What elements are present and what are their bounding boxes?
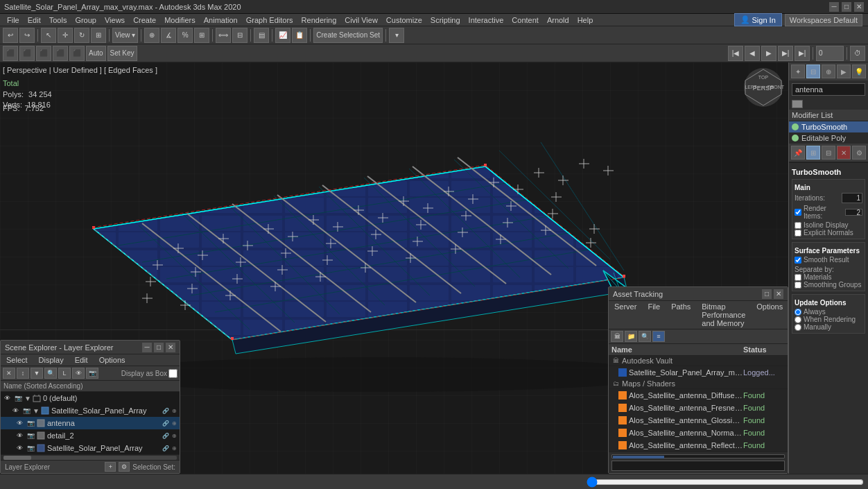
prev-frame[interactable]: ◀ — [745, 46, 760, 61]
spinner-snap[interactable]: ⊞ — [194, 28, 209, 43]
percent-snap[interactable]: % — [177, 28, 193, 43]
menu-content[interactable]: Content — [507, 14, 543, 26]
remove-modifier-btn[interactable]: ✕ — [837, 146, 851, 160]
pin-stack-btn[interactable]: 📌 — [791, 146, 805, 160]
se-maximize-btn[interactable]: □ — [154, 343, 164, 352]
sign-in-button[interactable]: 👤 Sign In — [734, 13, 782, 26]
at-search-btn[interactable]: 🔍 — [639, 331, 651, 342]
align-button[interactable]: ⊟ — [232, 28, 248, 43]
se-camera-btn[interactable]: 📷 — [86, 368, 98, 379]
ts-smoothing-checkbox[interactable] — [795, 282, 801, 289]
create-panel-btn[interactable]: ✦ — [791, 65, 805, 78]
menu-edit[interactable]: Edit — [24, 14, 45, 26]
at-list-btn[interactable]: ≡ — [652, 331, 665, 342]
reference-coord-btn[interactable]: View ▾ — [112, 28, 138, 43]
at-maximize-btn[interactable]: □ — [762, 289, 772, 299]
time-start[interactable]: |◀ — [728, 46, 743, 61]
menu-modifiers[interactable]: Modifiers — [160, 14, 200, 26]
play[interactable]: ▶ — [761, 46, 776, 61]
ts-isoline-checkbox[interactable] — [795, 222, 801, 229]
at-menu-options[interactable]: Options — [751, 301, 788, 329]
at-vault-btn[interactable]: 🏛 — [611, 331, 623, 342]
se-menu-display[interactable]: Display — [33, 354, 69, 366]
anim-key3[interactable]: ⬛ — [36, 46, 51, 61]
maximize-button[interactable]: □ — [842, 2, 851, 12]
select-button[interactable]: ↖ — [41, 28, 56, 43]
menu-animation[interactable]: Animation — [200, 14, 242, 26]
se-gear-btn[interactable]: ⚙ — [119, 462, 130, 472]
ts-iterations-input[interactable]: 1 — [842, 193, 862, 203]
time-end[interactable]: ▶| — [795, 46, 810, 61]
anim-key4[interactable]: ⬛ — [53, 46, 68, 61]
se-sort-btn[interactable]: ↕ — [17, 368, 29, 379]
workspaces-button[interactable]: Workspaces Default — [785, 14, 862, 26]
named-selections[interactable]: ▾ — [389, 28, 404, 43]
anim-key1[interactable]: ⬛ — [3, 46, 18, 61]
close-button[interactable]: ✕ — [854, 2, 864, 12]
ts-always-radio[interactable] — [795, 309, 801, 316]
at-map-item-4[interactable]: Alos_Satellite_antenna_Reflecton.png Fou… — [609, 439, 788, 452]
se-close-btn[interactable]: ✕ — [166, 343, 175, 352]
menu-help[interactable]: Help — [573, 14, 598, 26]
snap-toggle[interactable]: ⊕ — [144, 28, 159, 43]
config-modifier-sets-btn[interactable]: ⚙ — [852, 146, 866, 160]
frame-input[interactable] — [816, 46, 844, 61]
at-vault-item-0[interactable]: Satellite_Solar_Panel_Array_max_vray.max… — [609, 366, 788, 379]
scale-button[interactable]: ⊞ — [91, 28, 106, 43]
at-map-item-3[interactable]: Alos_Satellite_antenna_Normal.png Found — [609, 427, 788, 439]
at-map-item-2[interactable]: Alos_Satellite_antenna_Glossines.png Fou… — [609, 414, 788, 427]
auto-key[interactable]: Auto — [86, 46, 106, 61]
ts-normals-checkbox[interactable] — [795, 230, 801, 237]
move-button[interactable]: ✛ — [58, 28, 73, 43]
se-menu-select[interactable]: Select — [1, 354, 33, 366]
at-folder-btn[interactable]: 📁 — [625, 331, 637, 342]
se-find-btn[interactable]: 🔍 — [44, 368, 57, 379]
se-item-solar-array[interactable]: 👁 📷 Satellite_Solar_Panel_Array 🔗 ⊕ — [1, 442, 180, 454]
se-display-box-check[interactable] — [168, 369, 177, 378]
at-menu-file[interactable]: File — [642, 301, 666, 329]
se-item-antenna[interactable]: 👁 📷 antenna 🔗 ⊕ — [1, 417, 180, 429]
anim-key2[interactable]: ⬛ — [19, 46, 35, 61]
menu-arnold[interactable]: Arnold — [543, 14, 573, 26]
se-item-detail2[interactable]: 👁 📷 detail_2 🔗 ⊕ — [1, 429, 180, 442]
menu-interactive[interactable]: Interactive — [465, 14, 508, 26]
modifier-editable-poly[interactable]: Editable Poly — [789, 132, 868, 144]
at-menu-bitmap[interactable]: Bitmap Performance and Memory — [696, 301, 751, 329]
show-end-result-btn[interactable]: ⊞ — [806, 146, 820, 160]
se-layer-1[interactable]: 👁 📷 ▼ Satellite_Solar_Panel_Array 🔗 ⊕ — [1, 404, 180, 417]
menu-civil-view[interactable]: Civil View — [340, 14, 381, 26]
menu-group[interactable]: Group — [71, 14, 101, 26]
se-minimize-btn[interactable]: ─ — [142, 343, 152, 352]
modifier-turbosmooth[interactable]: TurboSmooth — [789, 121, 868, 132]
minimize-button[interactable]: ─ — [829, 2, 839, 12]
ts-render-items-input[interactable]: 2 — [845, 209, 862, 216]
se-local-btn[interactable]: L — [58, 368, 71, 379]
se-filter-btn[interactable]: ▼ — [31, 368, 43, 379]
ts-smooth-checkbox[interactable] — [795, 257, 801, 264]
object-color-swatch[interactable] — [792, 100, 803, 108]
at-close-btn[interactable]: ✕ — [774, 289, 783, 299]
se-add-btn[interactable]: + — [105, 462, 116, 472]
redo-button[interactable]: ↪ — [19, 28, 35, 43]
at-path-input[interactable] — [611, 461, 785, 471]
menu-graph-editors[interactable]: Graph Editors — [242, 14, 297, 26]
title-bar-controls[interactable]: ─ □ ✕ — [829, 2, 864, 12]
motion-panel-btn[interactable]: ▶ — [837, 65, 851, 78]
menu-customize[interactable]: Customize — [382, 14, 426, 26]
ts-rendering-radio[interactable] — [795, 316, 801, 323]
se-menu-options[interactable]: Options — [94, 354, 131, 366]
at-map-item-1[interactable]: Alos_Satellite_antenna_Fresnel.png Found — [609, 402, 788, 414]
menu-rendering[interactable]: Rendering — [297, 14, 341, 26]
menu-file[interactable]: File — [3, 14, 24, 26]
layer-manager[interactable]: ▤ — [254, 28, 269, 43]
ts-manually-radio[interactable] — [795, 324, 801, 331]
nav-cube[interactable]: PERSP TOP FRONT LEFT — [743, 67, 784, 108]
se-layer-0[interactable]: 👁 📷 ▼ 0 (default) — [1, 392, 180, 404]
dope-sheet[interactable]: 📋 — [292, 28, 307, 43]
se-menu-edit[interactable]: Edit — [69, 354, 94, 366]
undo-button[interactable]: ↩ — [3, 28, 18, 43]
time-config[interactable]: ⏱ — [850, 46, 865, 61]
hierarchy-panel-btn[interactable]: ⊕ — [822, 65, 835, 78]
ts-materials-checkbox[interactable] — [795, 274, 801, 281]
menu-create[interactable]: Create — [129, 14, 160, 26]
